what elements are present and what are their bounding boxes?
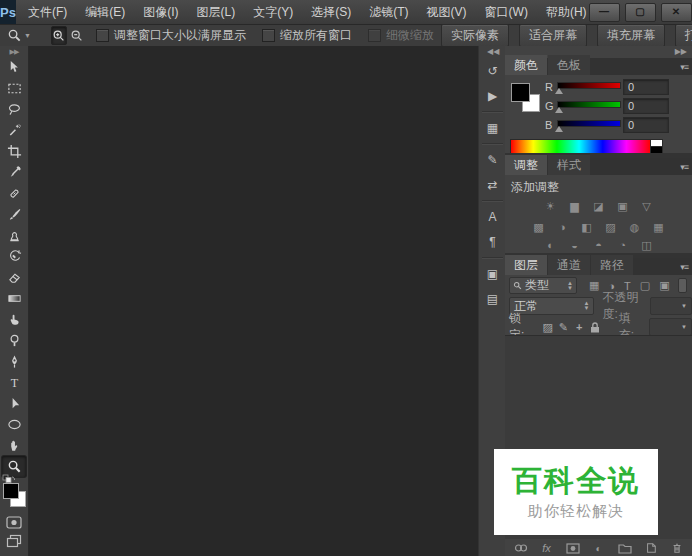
close-button[interactable]: ✕ [661, 3, 692, 22]
expand-panels-icon[interactable]: ◀◀ [479, 46, 499, 58]
canvas-area[interactable] [29, 46, 478, 556]
photo-filter-icon[interactable]: ▨ [603, 220, 619, 234]
panel-menu-icon[interactable]: ▾≡ [680, 162, 688, 172]
red-value-field[interactable]: 0 [623, 79, 669, 95]
lock-all-icon[interactable] [587, 320, 603, 334]
hue-saturation-icon[interactable]: ▩ [531, 220, 547, 234]
tool-path-selection[interactable] [2, 393, 26, 414]
green-slider[interactable] [557, 99, 619, 113]
tool-eraser[interactable] [2, 267, 26, 288]
character-panel-icon[interactable]: A [481, 206, 504, 227]
actions-panel-icon[interactable]: ▶ [481, 85, 504, 106]
brush-presets-panel-icon[interactable]: ✎ [481, 149, 504, 170]
blue-value-field[interactable]: 0 [623, 117, 669, 133]
tool-rectangular-marquee[interactable] [2, 78, 26, 99]
delete-layer-icon[interactable] [669, 541, 685, 555]
channel-mixer-icon[interactable]: ◍ [627, 220, 643, 234]
new-group-icon[interactable] [617, 541, 633, 555]
slider-thumb[interactable] [555, 126, 563, 132]
gradient-map-icon[interactable]: ◔ [615, 238, 631, 252]
menu-layer[interactable]: 图层(L) [195, 2, 238, 23]
exposure-icon[interactable]: ▣ [615, 199, 631, 213]
green-value-field[interactable]: 0 [623, 98, 669, 114]
tool-type[interactable]: T [2, 372, 26, 393]
brightness-contrast-icon[interactable]: ☀ [543, 199, 559, 213]
tool-smudge[interactable] [2, 309, 26, 330]
slider-thumb[interactable] [555, 107, 563, 113]
menu-image[interactable]: 图像(I) [141, 2, 180, 23]
threshold-icon[interactable]: ◓ [591, 238, 607, 252]
tab-channels[interactable]: 通道 [548, 255, 590, 275]
checkbox[interactable] [262, 29, 275, 42]
menu-file[interactable]: 文件(F) [26, 2, 69, 23]
link-layers-icon[interactable] [513, 541, 529, 555]
quick-mask-button[interactable] [2, 514, 26, 530]
fill-screen-button[interactable]: 填充屏幕 [597, 24, 665, 47]
clone-source-panel-icon[interactable]: ⇄ [481, 174, 504, 195]
zoom-all-windows-option[interactable]: 缩放所有窗口 [262, 27, 352, 44]
tab-layers[interactable]: 图层 [505, 255, 547, 275]
tool-crop[interactable] [2, 141, 26, 162]
new-layer-icon[interactable] [643, 541, 659, 555]
fit-screen-button[interactable]: 适合屏幕 [519, 24, 587, 47]
invert-icon[interactable]: ◐ [543, 238, 559, 252]
menu-select[interactable]: 选择(S) [309, 2, 353, 23]
filter-toggle-switch[interactable] [678, 278, 687, 293]
menu-type[interactable]: 文字(Y) [251, 2, 295, 23]
lock-position-icon[interactable]: + [571, 320, 587, 334]
black-white-icon[interactable]: ◧ [579, 220, 595, 234]
foreground-color-swatch[interactable] [511, 83, 530, 102]
vibrance-icon[interactable]: ▽ [639, 199, 655, 213]
tool-move[interactable] [2, 57, 26, 78]
tab-color[interactable]: 颜色 [505, 55, 547, 75]
color-spectrum-ramp[interactable] [510, 139, 651, 154]
blue-slider[interactable] [557, 118, 619, 132]
tab-swatches[interactable]: 色板 [548, 55, 590, 75]
minimize-button[interactable]: — [589, 3, 620, 22]
layer-comps-panel-icon[interactable]: ▣ [481, 263, 504, 284]
paragraph-panel-icon[interactable]: ¶ [481, 231, 504, 252]
tab-paths[interactable]: 路径 [591, 255, 633, 275]
zoom-out-button[interactable] [69, 26, 85, 45]
print-size-button[interactable]: 打印尺寸 [675, 24, 692, 47]
layer-style-icon[interactable]: fx [539, 541, 555, 555]
zoom-tool-preset[interactable]: ▼ [7, 28, 31, 43]
levels-icon[interactable]: ▆ [567, 199, 583, 213]
collapse-toolbox-icon[interactable]: ▶▶ [10, 46, 19, 57]
posterize-icon[interactable]: ◒ [567, 238, 583, 252]
selective-color-icon[interactable]: ◫ [639, 238, 655, 252]
filter-type-dropdown[interactable]: 类型 ▲▼ [509, 277, 577, 294]
history-panel-icon[interactable]: ↺ [481, 60, 504, 81]
tab-styles[interactable]: 样式 [548, 155, 590, 175]
foreground-color-swatch[interactable] [3, 483, 19, 499]
maximize-button[interactable]: ▢ [625, 3, 656, 22]
tool-history-brush[interactable] [2, 246, 26, 267]
screen-mode-button[interactable] [2, 533, 26, 549]
filter-smart-object-icon[interactable]: ▣ [659, 279, 669, 292]
tool-spot-healing-brush[interactable] [2, 183, 26, 204]
menu-help[interactable]: 帮助(H) [544, 2, 589, 23]
tool-hand[interactable] [2, 435, 26, 456]
filter-image-icon[interactable]: ▦ [589, 279, 599, 292]
menu-view[interactable]: 视图(V) [425, 2, 469, 23]
tab-adjustments[interactable]: 调整 [505, 155, 547, 175]
curves-icon[interactable]: ◪ [591, 199, 607, 213]
panel-menu-icon[interactable]: ▾≡ [680, 62, 688, 72]
add-layer-mask-icon[interactable] [565, 541, 581, 555]
menu-window[interactable]: 窗口(W) [483, 2, 530, 23]
resize-windows-to-fit-option[interactable]: 调整窗口大小以满屏显示 [96, 27, 246, 44]
notes-panel-icon[interactable]: ▤ [481, 288, 504, 309]
color-balance-icon[interactable]: ◑ [555, 220, 571, 234]
tool-dodge[interactable] [2, 330, 26, 351]
tool-gradient[interactable] [2, 288, 26, 309]
red-slider[interactable] [557, 80, 619, 94]
slider-thumb[interactable] [555, 88, 563, 94]
zoom-in-button[interactable] [51, 26, 67, 45]
lock-transparent-icon[interactable]: ▨ [540, 320, 556, 334]
tool-quick-selection[interactable] [2, 120, 26, 141]
tool-pen[interactable] [2, 351, 26, 372]
new-adjustment-layer-icon[interactable]: ◐ [591, 541, 607, 555]
mini-bridge-panel-icon[interactable]: ▦ [481, 117, 504, 138]
tool-eyedropper[interactable] [2, 162, 26, 183]
tool-lasso[interactable] [2, 99, 26, 120]
